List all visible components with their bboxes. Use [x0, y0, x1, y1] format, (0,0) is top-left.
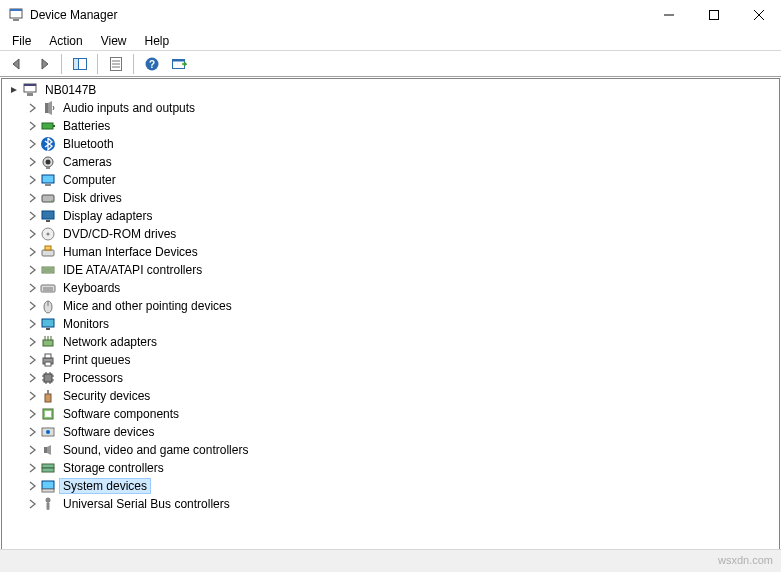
forward-button[interactable]: [31, 52, 56, 76]
tree-node-label[interactable]: Audio inputs and outputs: [59, 100, 199, 116]
menu-file[interactable]: File: [4, 33, 39, 49]
storage-icon: [40, 460, 56, 476]
tree-row[interactable]: Software components: [2, 405, 779, 423]
tree-node-label[interactable]: Print queues: [59, 352, 134, 368]
tree-row[interactable]: Bluetooth: [2, 135, 779, 153]
tree-row[interactable]: Disk drives: [2, 189, 779, 207]
tree-node-label[interactable]: IDE ATA/ATAPI controllers: [59, 262, 206, 278]
expander-closed-icon[interactable]: [24, 460, 40, 476]
computer-icon: [40, 172, 56, 188]
tree-row[interactable]: DVD/CD-ROM drives: [2, 225, 779, 243]
tree-row[interactable]: Display adapters: [2, 207, 779, 225]
expander-closed-icon[interactable]: [24, 478, 40, 494]
tree-row[interactable]: Computer: [2, 171, 779, 189]
tree-row[interactable]: IDE ATA/ATAPI controllers: [2, 261, 779, 279]
expander-closed-icon[interactable]: [24, 388, 40, 404]
tree-row[interactable]: Storage controllers: [2, 459, 779, 477]
expander-closed-icon[interactable]: [24, 280, 40, 296]
tree-root[interactable]: NB0147B: [2, 81, 779, 99]
expander-closed-icon[interactable]: [24, 136, 40, 152]
tree-row[interactable]: Monitors: [2, 315, 779, 333]
tree-node-label[interactable]: Software devices: [59, 424, 158, 440]
show-hide-console-button[interactable]: [67, 52, 92, 76]
expander-closed-icon[interactable]: [24, 226, 40, 242]
tree-node-label[interactable]: Computer: [59, 172, 120, 188]
statusbar: [0, 549, 781, 572]
disk-icon: [40, 190, 56, 206]
monitor-icon: [40, 316, 56, 332]
tree-row[interactable]: Audio inputs and outputs: [2, 99, 779, 117]
tree-row[interactable]: Universal Serial Bus controllers: [2, 495, 779, 513]
expander-closed-icon[interactable]: [24, 100, 40, 116]
expander-closed-icon[interactable]: [24, 154, 40, 170]
svg-rect-1: [10, 9, 22, 11]
tree-node-label[interactable]: Universal Serial Bus controllers: [59, 496, 234, 512]
tree-node-label[interactable]: DVD/CD-ROM drives: [59, 226, 180, 242]
expander-closed-icon[interactable]: [24, 190, 40, 206]
tree-row[interactable]: Batteries: [2, 117, 779, 135]
tree-node-label[interactable]: Security devices: [59, 388, 154, 404]
menu-help[interactable]: Help: [137, 33, 178, 49]
tree-row[interactable]: Keyboards: [2, 279, 779, 297]
tree-row[interactable]: Cameras: [2, 153, 779, 171]
tree-node-label[interactable]: Bluetooth: [59, 136, 118, 152]
expander-closed-icon[interactable]: [24, 298, 40, 314]
tree-row[interactable]: Sound, video and game controllers: [2, 441, 779, 459]
expander-closed-icon[interactable]: [24, 262, 40, 278]
scan-hardware-button[interactable]: [166, 52, 191, 76]
help-button[interactable]: ?: [139, 52, 164, 76]
expander-closed-icon[interactable]: [24, 352, 40, 368]
tree-node-label[interactable]: System devices: [59, 478, 151, 494]
properties-button[interactable]: [103, 52, 128, 76]
expander-closed-icon[interactable]: [24, 244, 40, 260]
maximize-button[interactable]: [691, 0, 736, 30]
hid-icon: [40, 244, 56, 260]
computer-icon: [22, 82, 38, 98]
menu-view[interactable]: View: [93, 33, 135, 49]
tree-node-label[interactable]: Mice and other pointing devices: [59, 298, 236, 314]
tree-node-label[interactable]: Storage controllers: [59, 460, 168, 476]
tree-node-label[interactable]: Sound, video and game controllers: [59, 442, 252, 458]
root-label[interactable]: NB0147B: [41, 82, 100, 98]
network-icon: [40, 334, 56, 350]
expander-closed-icon[interactable]: [24, 424, 40, 440]
tree-node-label[interactable]: Batteries: [59, 118, 114, 134]
tree-node-label[interactable]: Monitors: [59, 316, 113, 332]
tree-node-label[interactable]: Display adapters: [59, 208, 156, 224]
tree-node-label[interactable]: Disk drives: [59, 190, 126, 206]
device-tree[interactable]: NB0147B Audio inputs and outputsBatterie…: [1, 78, 780, 572]
expander-closed-icon[interactable]: [24, 406, 40, 422]
app-icon: [8, 7, 24, 23]
menu-action[interactable]: Action: [41, 33, 90, 49]
tree-node-label[interactable]: Processors: [59, 370, 127, 386]
expander-closed-icon[interactable]: [24, 496, 40, 512]
minimize-button[interactable]: [646, 0, 691, 30]
expander-closed-icon[interactable]: [24, 334, 40, 350]
tree-row[interactable]: Processors: [2, 369, 779, 387]
tree-row[interactable]: Mice and other pointing devices: [2, 297, 779, 315]
close-button[interactable]: [736, 0, 781, 30]
tree-row[interactable]: Print queues: [2, 351, 779, 369]
expander-closed-icon[interactable]: [24, 370, 40, 386]
tree-node-label[interactable]: Software components: [59, 406, 183, 422]
tree-node-label[interactable]: Human Interface Devices: [59, 244, 202, 260]
back-button[interactable]: [4, 52, 29, 76]
tree-row[interactable]: System devices: [2, 477, 779, 495]
tree-row[interactable]: Network adapters: [2, 333, 779, 351]
bluetooth-icon: [40, 136, 56, 152]
tree-node-label[interactable]: Keyboards: [59, 280, 124, 296]
watermark: wsxdn.com: [718, 554, 773, 566]
expander-closed-icon[interactable]: [24, 442, 40, 458]
mouse-icon: [40, 298, 56, 314]
expander-closed-icon[interactable]: [24, 172, 40, 188]
tree-node-label[interactable]: Cameras: [59, 154, 116, 170]
tree-row[interactable]: Human Interface Devices: [2, 243, 779, 261]
expander-closed-icon[interactable]: [24, 208, 40, 224]
tree-row[interactable]: Software devices: [2, 423, 779, 441]
svg-rect-19: [27, 93, 33, 96]
tree-row[interactable]: Security devices: [2, 387, 779, 405]
tree-node-label[interactable]: Network adapters: [59, 334, 161, 350]
expander-closed-icon[interactable]: [24, 118, 40, 134]
expander-closed-icon[interactable]: [24, 316, 40, 332]
expander-open-icon[interactable]: [6, 82, 22, 98]
